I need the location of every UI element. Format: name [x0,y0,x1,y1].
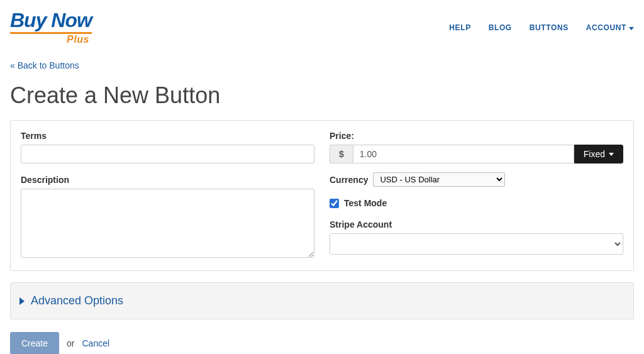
stripe-account-label: Stripe Account [330,219,623,230]
or-text: or [67,338,74,348]
nav-account-label: ACCOUNT [586,23,626,32]
cancel-link[interactable]: Cancel [82,338,109,348]
description-textarea[interactable] [21,189,314,258]
price-input[interactable] [353,145,574,163]
create-button[interactable]: Create [10,332,59,354]
back-to-buttons-link[interactable]: « Back to Buttons [10,60,79,70]
nav-help[interactable]: HELP [449,23,470,32]
currency-label: Currency [330,175,368,185]
chevron-down-icon [609,153,614,156]
page-title: Create a New Button [10,82,634,109]
terms-label: Terms [21,131,314,141]
test-mode-checkbox[interactable] [330,199,339,208]
price-input-group: $ Fixed [330,145,623,163]
top-nav: HELP BLOG BUTTONS ACCOUNT [449,23,634,32]
stripe-account-select[interactable] [330,233,623,255]
price-currency-symbol: $ [330,145,353,163]
price-type-dropdown[interactable]: Fixed [574,145,623,163]
nav-blog[interactable]: BLOG [489,23,512,32]
test-mode-label: Test Mode [344,198,387,208]
form-panel: Terms Description Price: $ Fixed [10,120,634,271]
logo-plus: Plus [67,34,92,45]
price-label: Price: [330,131,623,141]
terms-input[interactable] [21,145,314,163]
nav-account[interactable]: ACCOUNT [586,23,634,32]
advanced-options-toggle[interactable]: Advanced Options [10,282,634,319]
chevron-right-icon [19,297,25,305]
logo: Buy Now Plus [10,11,92,44]
nav-buttons[interactable]: BUTTONS [530,23,569,32]
chevron-down-icon [629,27,634,30]
currency-select[interactable]: USD - US Dollar [373,172,505,187]
form-actions: Create or Cancel [10,332,634,354]
price-type-label: Fixed [584,149,605,159]
advanced-options-label: Advanced Options [31,294,123,307]
logo-main: Buy Now [10,11,92,30]
description-label: Description [21,175,314,185]
